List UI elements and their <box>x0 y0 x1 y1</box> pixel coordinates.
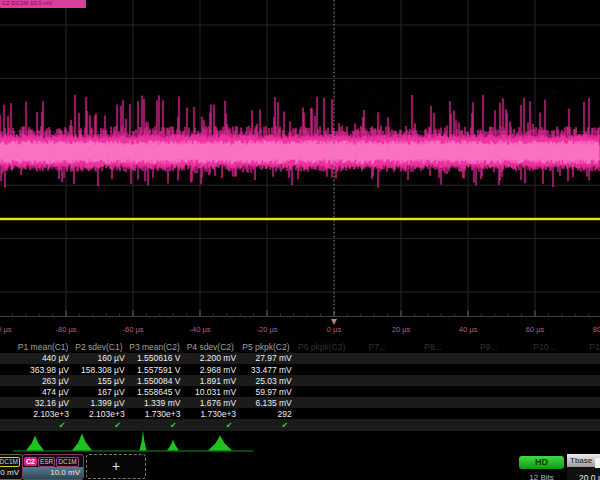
time-axis-label: -60 µs <box>123 325 144 334</box>
param-header: P2 sdev(C1) <box>75 342 122 352</box>
param-status-ok-icon: ✔ <box>170 421 177 430</box>
param-value: 6.135 mV <box>238 398 292 408</box>
param-header: P5 pkpk(C2) <box>242 342 289 352</box>
time-axis-label: -100 µs <box>0 325 12 334</box>
trace-label-badge[interactable]: C2 DC1M 10.0 mV <box>0 0 86 8</box>
time-axis-label: -40 µs <box>190 325 211 334</box>
param-value: 363.98 µV <box>15 365 69 375</box>
param-value: 1.550084 V <box>126 376 180 386</box>
channel-c1-descriptor[interactable]: DC1M 10.0 mV <box>0 454 23 480</box>
param-value: 59.97 mV <box>238 387 292 397</box>
c1-coupling-badge: DC1M <box>0 457 20 467</box>
next-panel-sliver <box>595 458 600 468</box>
param-value: 33.477 mV <box>238 365 292 375</box>
param-value: 155 µV <box>71 376 125 386</box>
param-value: 1.399 µV <box>71 398 125 408</box>
time-axis-label: 0 µs <box>327 325 341 334</box>
param-value: 440 µV <box>15 353 69 363</box>
add-trace-button[interactable]: + <box>86 454 146 479</box>
param-header: P8... <box>424 342 441 352</box>
param-header: P3 mean(C2) <box>129 342 180 352</box>
table-row-stripe <box>0 419 600 431</box>
trigger-time-marker-icon <box>331 319 337 325</box>
param-value: 292 <box>238 409 292 419</box>
param-value: 1.558645 V <box>126 387 180 397</box>
time-axis-label: 40 µs <box>459 325 478 334</box>
time-axis-label: -20 µs <box>257 325 278 334</box>
c2-scale-value: 10.0 mV <box>23 467 83 479</box>
time-axis-label: 60 µs <box>526 325 545 334</box>
time-axis: -100 µs-80 µs-60 µs-40 µs-20 µs0 µs20 µs… <box>0 325 600 336</box>
param-value: 160 µV <box>71 353 125 363</box>
param-header: P6 pkpk(C3) <box>298 342 345 352</box>
param-value: 1.891 mV <box>182 376 236 386</box>
param-value: 1.557591 V <box>126 365 180 375</box>
time-axis-label: -80 µs <box>56 325 77 334</box>
hd-mode-badge[interactable]: HD <box>519 456 564 469</box>
param-value: 10.031 mV <box>182 387 236 397</box>
c2-coupling-badge: DC1M <box>56 457 78 467</box>
param-value: 2.103e+3 <box>15 409 69 419</box>
param-header: P11... <box>589 342 600 352</box>
param-header: P10... <box>533 342 555 352</box>
param-value: 1.550616 V <box>126 353 180 363</box>
param-header: P7... <box>369 342 386 352</box>
c2-label: C2 <box>24 457 37 466</box>
param-header: P9... <box>480 342 497 352</box>
param-status-ok-icon: ✔ <box>226 421 233 430</box>
param-value: 158.308 µV <box>71 365 125 375</box>
param-value: 2.968 mV <box>182 365 236 375</box>
param-value: 1.730e+3 <box>126 409 180 419</box>
oscilloscope-screen: C2 DC1M 10.0 mV -100 µs-80 µs-60 µs-40 µ… <box>0 0 600 480</box>
param-value: 2.200 mV <box>182 353 236 363</box>
param-status-ok-icon: ✔ <box>114 421 121 430</box>
bits-label: 12 Bits <box>519 473 564 480</box>
param-value: 32.16 µV <box>15 398 69 408</box>
param-value: 263 µV <box>15 376 69 386</box>
timebase-value: 20.0 µs <box>579 473 600 480</box>
param-value: 27.97 mV <box>238 353 292 363</box>
param-status-ok-icon: ✔ <box>281 421 288 430</box>
param-value: 25.03 mV <box>238 376 292 386</box>
c1-scale-value: 10.0 mV <box>0 467 22 479</box>
param-header: P4 sdev(C2) <box>187 342 234 352</box>
param-value: 1.730e+3 <box>182 409 236 419</box>
channel-c2-descriptor[interactable]: C2 ESR DC1M 10.0 mV <box>22 454 84 480</box>
param-value: 2.103e+3 <box>71 409 125 419</box>
param-status-ok-icon: ✔ <box>59 421 66 430</box>
time-axis-label: 20 µs <box>392 325 411 334</box>
param-header: P1 mean(C1) <box>18 342 69 352</box>
trace-label-text: C2 DC1M 10.0 mV <box>0 0 86 8</box>
param-value: 474 µV <box>15 387 69 397</box>
param-value: 1.339 mV <box>126 398 180 408</box>
param-value: 1.676 mV <box>182 398 236 408</box>
time-axis-label: 80 µs <box>593 325 600 334</box>
param-value: 167 µV <box>71 387 125 397</box>
c2-esr-badge: ESR <box>38 457 55 467</box>
